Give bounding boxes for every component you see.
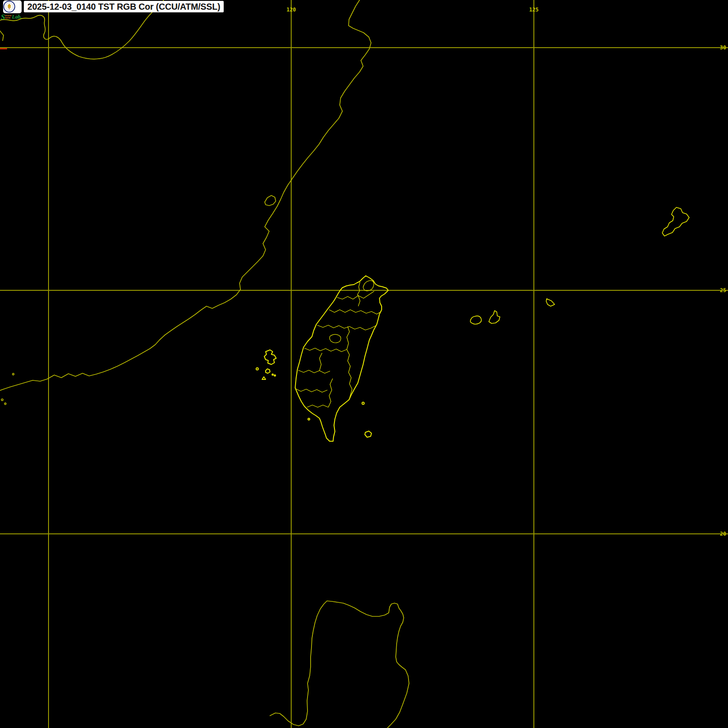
ishigaki-island [489,311,500,323]
latitude-label-25: 25 [720,287,726,293]
county-border [319,353,322,371]
satellite-map-page: 120 125 30 25 20 S evere torm Lab. 2025-… [0,0,728,728]
yangtze-meander [0,31,4,41]
taiwan-group [256,276,389,441]
coastlines-secondary [0,0,409,728]
county-border [329,310,381,314]
coastline-taiwan [295,276,388,441]
county-border [347,326,349,349]
map-canvas: 120 125 30 25 20 [0,0,728,728]
county-border [307,405,328,407]
china-coast-islet [4,403,6,405]
china-coast-islet [1,399,3,401]
penghu-islet [274,375,276,376]
red-edge-tick [0,48,7,49]
penghu-islet [266,369,270,373]
county-border [357,282,360,306]
lab-initial: S [1,13,5,21]
latitude-label-30: 30 [720,45,726,51]
county-border [337,291,374,299]
lab-suffix: Lab. [12,14,22,19]
graticule-labels: 120 125 30 25 20 [286,7,726,537]
iriomote-island [470,316,481,324]
penghu-islet [256,368,259,370]
county-border [317,325,376,330]
title-bar: 2025-12-03_0140 TST RGB Cor (CCU/ATM/SSL… [24,1,224,12]
lab-wordmark: S evere torm Lab. [1,13,22,21]
okinawa-island [662,207,689,236]
matsu-islet [265,195,276,206]
county-border [330,334,341,343]
miyako-island [546,299,555,306]
china-coast-islet [12,373,14,375]
xiaoliuqiu-islet [308,418,310,420]
coastline-china [0,0,371,390]
county-border [296,389,327,392]
orchid-island [365,431,372,437]
lab-word-bottom: torm [5,17,11,19]
map-title: 2025-12-03_0140 TST RGB Cor (CCU/ATM/SSL… [27,2,220,12]
university-seal-icon [3,0,15,13]
county-border [298,370,330,373]
county-border [304,348,347,352]
latitude-label-20: 20 [720,531,726,537]
longitude-label-125: 125 [529,7,539,13]
county-border [347,349,352,399]
university-seal-badge [3,0,22,13]
county-border [363,281,374,291]
graticule [0,0,728,728]
ryukyu-islands [470,207,689,324]
penghu-islet [262,377,266,379]
longitude-label-120: 120 [286,7,296,13]
penghu-main-island [264,350,276,364]
penghu-islet [272,374,274,375]
green-island [362,402,364,405]
lab-words: evere torm [5,15,11,19]
county-border [328,379,333,407]
